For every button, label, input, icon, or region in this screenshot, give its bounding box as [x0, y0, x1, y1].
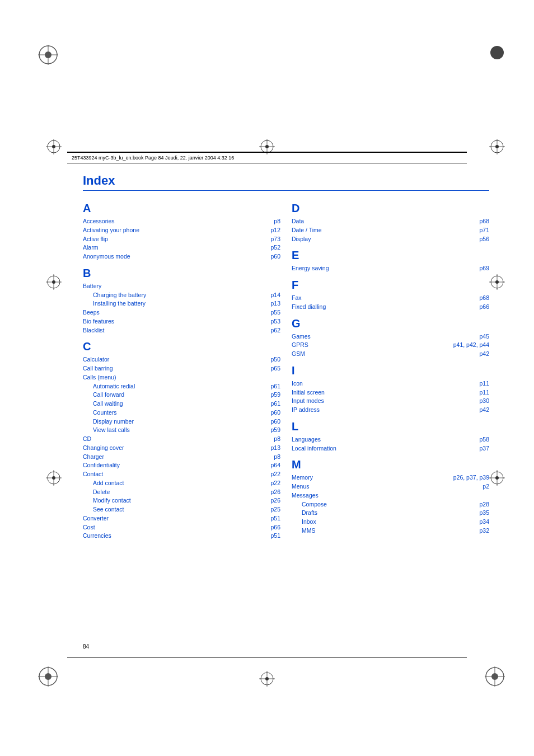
index-title: Index [83, 173, 489, 191]
entry-charger[interactable]: Charger p8 [83, 453, 280, 462]
entry-display-number[interactable]: Display number p60 [83, 417, 280, 426]
page-info-bar: 25T433924 myC-3b_lu_en.book Page 84 Jeud… [67, 152, 467, 163]
entry-blacklist[interactable]: Blacklist p62 [83, 326, 280, 335]
svg-point-4 [490, 46, 504, 59]
entry-menus[interactable]: Menus p2 [292, 482, 489, 491]
crosshair-right-bot [489, 470, 505, 488]
entry-converter[interactable]: Converter p51 [83, 514, 280, 523]
entry-confidentiality[interactable]: Confidentiality p64 [83, 461, 280, 470]
section-a-letter: A [83, 202, 280, 215]
entry-delete[interactable]: Delete p26 [83, 488, 280, 497]
reg-mark-br [485, 666, 505, 689]
page-container: 25T433924 myC-3b_lu_en.book Page 84 Jeud… [0, 0, 534, 756]
entry-messages[interactable]: Messages [292, 491, 489, 500]
entry-icon[interactable]: Icon p11 [292, 379, 489, 388]
reg-mark-bl [38, 666, 58, 689]
section-g-letter: G [292, 317, 489, 330]
section-i-letter: I [292, 364, 489, 377]
entry-see-contact[interactable]: See contact p25 [83, 505, 280, 514]
entry-drafts[interactable]: Drafts p35 [292, 509, 489, 518]
index-columns: A Accessories p8 Activating your phone p… [83, 196, 489, 541]
entry-add-contact[interactable]: Add contact p22 [83, 479, 280, 488]
entry-mms[interactable]: MMS p32 [292, 527, 489, 536]
page-number: 84 [83, 644, 89, 650]
entry-gprs[interactable]: GPRS p41, p42, p44 [292, 341, 489, 350]
entry-data[interactable]: Data p68 [292, 217, 489, 226]
entry-charging-battery[interactable]: Charging the battery p14 [83, 291, 280, 300]
entry-counters[interactable]: Counters p60 [83, 408, 280, 417]
entry-anonymous-mode[interactable]: Anonymous mode p60 [83, 252, 280, 261]
bottom-border-line [67, 658, 467, 658]
section-b-letter: B [83, 267, 280, 280]
main-content: Index A Accessories p8 Activating your p… [83, 173, 489, 644]
entry-accessories[interactable]: Accessories p8 [83, 217, 280, 226]
entry-fax[interactable]: Fax p68 [292, 294, 489, 303]
entry-ip-address[interactable]: IP address p42 [292, 406, 489, 415]
entry-view-last-calls[interactable]: View last calls p59 [83, 426, 280, 435]
left-column: A Accessories p8 Activating your phone p… [83, 196, 280, 541]
section-l-letter: L [292, 420, 489, 433]
top-border-line2 [67, 163, 467, 163]
crosshair-right-top [489, 139, 505, 157]
section-e-letter: E [292, 249, 489, 262]
entry-calls-menu[interactable]: Calls (menu) [83, 373, 280, 382]
entry-bio-features[interactable]: Bio features p53 [83, 317, 280, 326]
crosshair-left-bot [46, 470, 62, 488]
entry-installing-battery[interactable]: Installing the battery p13 [83, 299, 280, 308]
right-column: D Data p68 Date / Time p71 Display p56 E… [292, 196, 489, 541]
entry-compose[interactable]: Compose p28 [292, 500, 489, 509]
entry-call-waiting[interactable]: Call waiting p61 [83, 400, 280, 408]
entry-cd[interactable]: CD p8 [83, 435, 280, 444]
section-c-letter: C [83, 340, 280, 353]
entry-calculator[interactable]: Calculator p50 [83, 355, 280, 364]
entry-call-forward[interactable]: Call forward p59 [83, 391, 280, 400]
entry-changing-cover[interactable]: Changing cover p13 [83, 444, 280, 453]
crosshair-right-mid [489, 274, 505, 292]
entry-games[interactable]: Games p45 [292, 332, 489, 341]
entry-energy-saving[interactable]: Energy saving p69 [292, 264, 489, 273]
reg-mark-tr [489, 45, 505, 63]
entry-local-information[interactable]: Local information p37 [292, 444, 489, 453]
entry-memory[interactable]: Memory p26, p37, p39 [292, 473, 489, 482]
reg-mark-tl [38, 45, 58, 67]
entry-active-flip[interactable]: Active flip p73 [83, 235, 280, 244]
entry-initial-screen[interactable]: Initial screen p11 [292, 388, 489, 397]
entry-gsm[interactable]: GSM p42 [292, 350, 489, 359]
entry-input-modes[interactable]: Input modes p30 [292, 397, 489, 406]
entry-inbox[interactable]: Inbox p34 [292, 518, 489, 527]
section-m-letter: M [292, 458, 489, 471]
entry-display[interactable]: Display p56 [292, 235, 489, 244]
entry-languages[interactable]: Languages p58 [292, 435, 489, 444]
top-border-line [67, 152, 467, 152]
entry-activating[interactable]: Activating your phone p12 [83, 226, 280, 235]
entry-modify-contact[interactable]: Modify contact p26 [83, 496, 280, 505]
crosshair-bottom-center [259, 671, 275, 689]
entry-alarm[interactable]: Alarm p52 [83, 243, 280, 252]
crosshair-left-top [46, 139, 62, 157]
page-info-text: 25T433924 myC-3b_lu_en.book Page 84 Jeud… [72, 155, 234, 161]
section-d-letter: D [292, 202, 489, 215]
entry-cost[interactable]: Cost p66 [83, 523, 280, 532]
entry-date-time[interactable]: Date / Time p71 [292, 226, 489, 235]
entry-contact[interactable]: Contact p22 [83, 470, 280, 479]
crosshair-left-mid [46, 274, 62, 292]
entry-call-barring[interactable]: Call barring p65 [83, 364, 280, 373]
section-f-letter: F [292, 279, 489, 292]
entry-fixed-dialling[interactable]: Fixed dialling p66 [292, 303, 489, 312]
entry-battery[interactable]: Battery [83, 282, 280, 291]
entry-currencies[interactable]: Currencies p51 [83, 532, 280, 541]
entry-auto-redial[interactable]: Automatic redial p61 [83, 382, 280, 391]
entry-beeps[interactable]: Beeps p55 [83, 308, 280, 317]
